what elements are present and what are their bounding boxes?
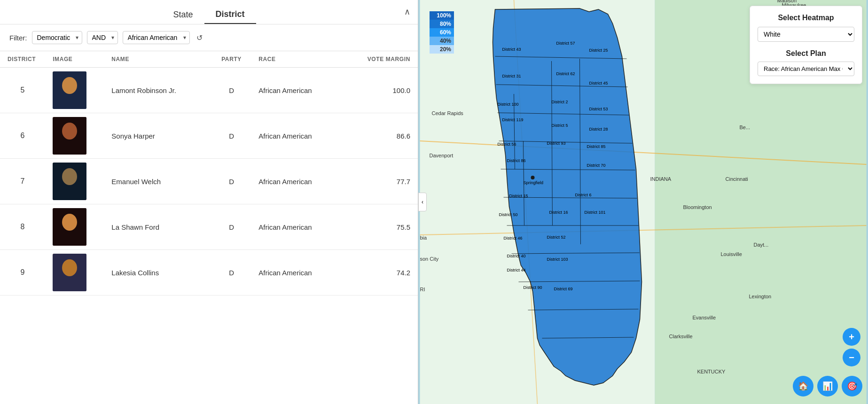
chart-button[interactable]: 📊: [817, 376, 838, 396]
reset-filter-button[interactable]: ↺: [195, 31, 204, 44]
tab-district[interactable]: District: [204, 6, 256, 24]
cell-race-2: African American: [251, 159, 349, 204]
collapse-button[interactable]: ∧: [404, 7, 410, 17]
legend-item: 60%: [430, 28, 454, 37]
cell-party-4: D: [212, 250, 251, 295]
representative-photo-1: [53, 117, 86, 155]
race-select[interactable]: African American White Hispanic Asian Al…: [123, 31, 190, 44]
cell-name-2: Emanuel Welch: [104, 159, 212, 204]
svg-text:Louisville: Louisville: [721, 251, 742, 257]
svg-text:District 103: District 103: [547, 257, 568, 262]
zoom-in-button[interactable]: +: [843, 328, 860, 346]
svg-point-9: [62, 168, 77, 185]
svg-text:District 101: District 101: [585, 210, 606, 215]
svg-point-5: [62, 123, 77, 140]
operator-select-wrapper: AND OR: [87, 31, 118, 44]
home-button[interactable]: 🏠: [793, 376, 813, 396]
collapse-map-button[interactable]: ‹: [418, 193, 427, 211]
svg-text:District 90: District 90: [524, 285, 542, 290]
svg-text:Springfield: Springfield: [524, 180, 544, 185]
collapse-map-icon: ‹: [422, 199, 423, 205]
svg-point-1: [62, 77, 77, 94]
svg-text:RI: RI: [420, 287, 425, 292]
svg-text:District 119: District 119: [502, 117, 524, 122]
table-row[interactable]: 7 Emanuel Welch D African American 77.7: [0, 159, 418, 204]
svg-text:Lexington: Lexington: [749, 294, 772, 299]
cell-name-1: Sonya Harper: [104, 113, 212, 159]
crosshair-icon: 🎯: [847, 381, 857, 391]
svg-rect-15: [59, 235, 80, 246]
svg-text:Madison: Madison: [777, 0, 797, 3]
operator-select[interactable]: AND OR: [87, 31, 118, 44]
svg-text:District 56: District 56: [498, 142, 516, 147]
plan-title: Select Plan: [758, 49, 854, 58]
svg-text:District 31: District 31: [502, 74, 521, 78]
svg-text:District 44: District 44: [507, 268, 526, 272]
cell-margin-3: 75.5: [349, 204, 418, 250]
svg-text:District 28: District 28: [589, 127, 608, 132]
col-header-district: DISTRICT: [0, 51, 45, 68]
cell-district-4: 9: [0, 250, 45, 295]
svg-text:District 93: District 93: [547, 141, 566, 146]
svg-text:Be...: Be...: [740, 124, 751, 130]
svg-text:District 62: District 62: [556, 71, 575, 76]
party-select-wrapper: Democratic Republican All: [32, 31, 82, 44]
legend-item: 20%: [430, 45, 454, 54]
party-select[interactable]: Democratic Republican All: [32, 31, 82, 44]
bar-chart-icon: 📊: [822, 381, 833, 391]
cell-race-3: African American: [251, 204, 349, 250]
svg-point-13: [62, 214, 77, 231]
plan-select[interactable]: Race: African American Max Opportunity D…: [758, 62, 854, 76]
cell-party-2: D: [212, 159, 251, 204]
table-row[interactable]: 6 Sonya Harper D African American 86.6: [0, 113, 418, 159]
right-panel: District 43 District 57 District 25 Dist…: [418, 0, 868, 404]
heatmap-select[interactable]: White African American Hispanic Asian: [758, 27, 854, 42]
table-row[interactable]: 9 Lakesia Collins D African American 74.…: [0, 250, 418, 295]
cell-race-4: African American: [251, 250, 349, 295]
cell-name-3: La Shawn Ford: [104, 204, 212, 250]
svg-text:District 46: District 46: [504, 236, 523, 241]
svg-text:District 52: District 52: [547, 235, 566, 240]
col-header-race: RACE: [251, 51, 349, 68]
svg-text:Cedar Rapids: Cedar Rapids: [432, 110, 464, 116]
svg-text:District 50: District 50: [499, 212, 518, 217]
svg-text:Evansville: Evansville: [693, 315, 716, 320]
svg-text:son City: son City: [420, 256, 439, 262]
cell-party-0: D: [212, 68, 251, 113]
home-icon: 🏠: [798, 381, 808, 391]
legend-item: 40%: [430, 37, 454, 45]
svg-text:Bloomington: Bloomington: [683, 204, 712, 210]
tab-state[interactable]: State: [162, 6, 204, 23]
svg-text:District 53: District 53: [589, 107, 608, 111]
cell-district-1: 6: [0, 113, 45, 159]
col-header-name: NAME: [104, 51, 212, 68]
representative-photo-2: [53, 163, 86, 200]
cell-margin-4: 74.2: [349, 250, 418, 295]
cell-margin-0: 100.0: [349, 68, 418, 113]
cell-image-2: [45, 159, 104, 204]
zoom-out-button[interactable]: −: [843, 349, 860, 366]
table-row[interactable]: 5 Lamont Robinson Jr. D African American…: [0, 68, 418, 113]
table-header-row: DISTRICT IMAGE NAME PARTY RACE VOTE MARG…: [0, 51, 418, 68]
svg-text:District 57: District 57: [556, 41, 575, 46]
cell-party-1: D: [212, 113, 251, 159]
cell-name-4: Lakesia Collins: [104, 250, 212, 295]
cell-race-0: African American: [251, 68, 349, 113]
map-legend: 100%80%60%40%20%: [430, 11, 454, 54]
heatmap-panel: Select Heatmap White African American Hi…: [750, 6, 862, 84]
cell-district-0: 5: [0, 68, 45, 113]
svg-text:District 45: District 45: [589, 81, 608, 85]
svg-text:District 40: District 40: [507, 254, 526, 258]
svg-point-17: [62, 259, 77, 276]
svg-text:District 5: District 5: [552, 123, 568, 128]
map-container[interactable]: District 43 District 57 District 25 Dist…: [418, 0, 868, 404]
svg-text:District 69: District 69: [554, 287, 573, 291]
representative-photo-3: [53, 208, 86, 246]
table-row[interactable]: 8 La Shawn Ford D African American 75.5: [0, 204, 418, 250]
svg-text:Cincinnati: Cincinnati: [726, 176, 748, 182]
svg-text:District 16: District 16: [549, 210, 568, 215]
locate-button[interactable]: 🎯: [842, 376, 862, 396]
svg-text:Clarksville: Clarksville: [669, 334, 693, 339]
cell-image-4: [45, 250, 104, 295]
svg-text:District 100: District 100: [498, 102, 519, 107]
